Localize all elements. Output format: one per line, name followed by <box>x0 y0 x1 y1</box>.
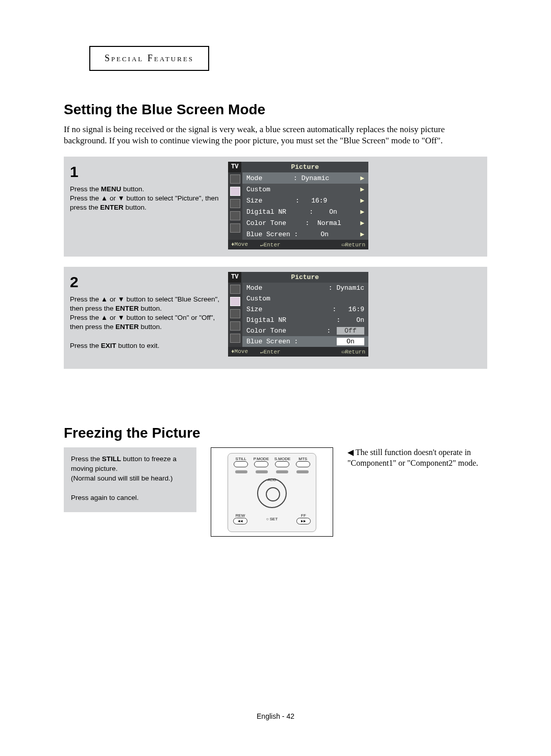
section-title-blue-screen: Setting the Blue Screen Mode <box>64 102 487 118</box>
step-2-text: 2 Press the ▲ or ▼ button to select "Blu… <box>70 272 223 362</box>
osd-row-size: Size: 16:9▶ <box>242 195 368 206</box>
osd-tv-badge: TV <box>228 272 241 283</box>
osd-hint-return: ▭Return <box>342 241 365 248</box>
freeze-instructions: Press the STILL button to freeze a movin… <box>64 447 196 512</box>
remote-rew-label: REW <box>233 513 247 518</box>
osd-label: Size <box>246 197 262 205</box>
arrow-right-icon: ▶ <box>360 174 364 182</box>
step-text: Press the <box>70 342 101 349</box>
osd-sidebar <box>228 283 242 347</box>
osd-footer: ♦Move ↵Enter ▭Return <box>228 347 368 357</box>
section-intro: If no signal is being received or the si… <box>64 124 487 146</box>
remote-ff-button: ▸▸ <box>296 518 311 524</box>
remote-still-label: STILL <box>234 457 248 461</box>
osd-tab-icon <box>230 199 240 208</box>
osd-value: : 16:9 <box>295 197 327 205</box>
osd-value: : 16:9 <box>333 306 364 313</box>
arrow-right-icon: ▶ <box>360 196 364 205</box>
osd-label: Blue Screen : <box>246 338 298 345</box>
osd-row-custom: Custom▶ <box>242 184 368 195</box>
osd-tab-icon <box>230 285 240 294</box>
osd-value-selected: On <box>337 338 364 345</box>
osd-row-mode: Mode: Dynamic <box>242 283 368 293</box>
osd-value: : Normal <box>305 219 341 227</box>
osd-row-digital-nr: Digital NR: On▶ <box>242 206 368 217</box>
step-text: Press the <box>70 185 101 193</box>
osd-hint-move: ♦Move <box>231 241 248 248</box>
step-text: button. <box>123 204 146 211</box>
osd-label: Color Tone <box>246 219 286 227</box>
osd-row-size: Size: 16:9 <box>242 304 368 315</box>
exit-button-label: EXIT <box>101 342 116 349</box>
osd-row-mode: Mode: Dynamic▶ <box>242 172 368 184</box>
remote-button <box>296 470 309 473</box>
osd-title: Picture <box>241 162 368 172</box>
arrow-right-icon: ▶ <box>360 230 364 238</box>
freeze-text: (Normal sound will still be heard.) <box>71 474 173 482</box>
osd-tab-icon <box>230 297 240 306</box>
osd-row-custom: Custom <box>242 293 368 304</box>
osd-row-digital-nr: Digital NR: On <box>242 315 368 325</box>
osd-label: Size <box>246 306 262 313</box>
osd-value: : On <box>309 208 337 216</box>
remote-button <box>276 470 288 473</box>
osd-row-blue-screen: Blue Screen :On <box>242 336 368 347</box>
freeze-text: Press the <box>71 455 102 463</box>
osd-value: : Dynamic <box>293 174 329 182</box>
chapter-heading: Special Features <box>89 46 209 71</box>
osd-row-color-tone: Color Tone: Off <box>242 325 368 336</box>
osd-hint-enter: ↵Enter <box>260 348 281 355</box>
step-text: button. <box>139 305 162 312</box>
osd-tab-icon <box>230 334 240 343</box>
page-footer: English - 42 <box>0 712 551 720</box>
arrow-right-icon: ▶ <box>360 208 364 216</box>
freeze-text: Press again to cancel. <box>71 494 139 501</box>
enter-button-label: ENTER <box>100 204 123 211</box>
remote-rew-button: ◂◂ <box>233 518 247 524</box>
step-text: button to exit. <box>116 342 160 349</box>
osd-label: Digital NR <box>246 208 286 216</box>
osd-tab-icon <box>230 223 240 233</box>
osd-tab-icon <box>230 321 240 331</box>
arrow-right-icon: ▶ <box>360 219 364 227</box>
remote-button <box>296 461 310 467</box>
remote-smode-label: S.MODE <box>274 457 291 461</box>
osd-hint-move: ♦Move <box>231 348 248 355</box>
step-1-text: 1 Press the MENU button. Press the ▲ or … <box>70 162 223 249</box>
osd-label: Blue Screen : <box>246 231 298 238</box>
osd-label: Custom <box>246 295 270 303</box>
remote-pmode-label: P.MODE <box>254 457 269 461</box>
osd-label: Color Tone <box>246 327 286 335</box>
osd-footer: ♦Move ↵Enter ▭Return <box>228 240 368 249</box>
osd-menu-picture-1: TV Picture Mode: Dynamic▶ Custom▶ Size: … <box>228 162 368 249</box>
osd-label: Custom <box>246 186 270 193</box>
step-number: 1 <box>70 162 223 183</box>
osd-label: Mode <box>246 174 262 182</box>
osd-sidebar <box>228 172 242 240</box>
remote-set-label: ○ SET <box>266 517 278 521</box>
remote-button <box>254 461 268 467</box>
osd-value-selected: Off <box>337 327 364 335</box>
step-text: button. <box>139 323 162 331</box>
step-text: button. <box>121 185 144 193</box>
menu-button-label: MENU <box>101 185 121 193</box>
arrow-right-icon: ▶ <box>360 185 364 193</box>
step-1-block: 1 Press the MENU button. Press the ▲ or … <box>64 157 487 257</box>
osd-hint-return: ▭Return <box>342 348 365 355</box>
osd-label: Mode <box>246 284 262 292</box>
remote-diagram: STILL P.MODE S.MODE MTS ADD <box>211 447 333 537</box>
remote-dpad <box>257 478 287 508</box>
osd-hint-enter: ↵Enter <box>260 241 281 248</box>
osd-tab-icon <box>230 174 240 184</box>
osd-menu-picture-2: TV Picture Mode: Dynamic Custom Size: 16… <box>228 272 368 362</box>
section-title-freezing: Freezing the Picture <box>64 425 487 441</box>
remote-button <box>234 461 248 467</box>
osd-row-color-tone: Color Tone: Normal▶ <box>242 217 368 229</box>
osd-title: Picture <box>241 272 368 283</box>
osd-value: : On <box>336 316 364 324</box>
remote-mts-label: MTS <box>296 457 310 461</box>
remote-ff-label: FF <box>296 513 311 518</box>
remote-button <box>235 470 247 473</box>
side-note: ◀ The still function doesn't operate in … <box>347 447 487 469</box>
remote-button <box>256 470 268 473</box>
